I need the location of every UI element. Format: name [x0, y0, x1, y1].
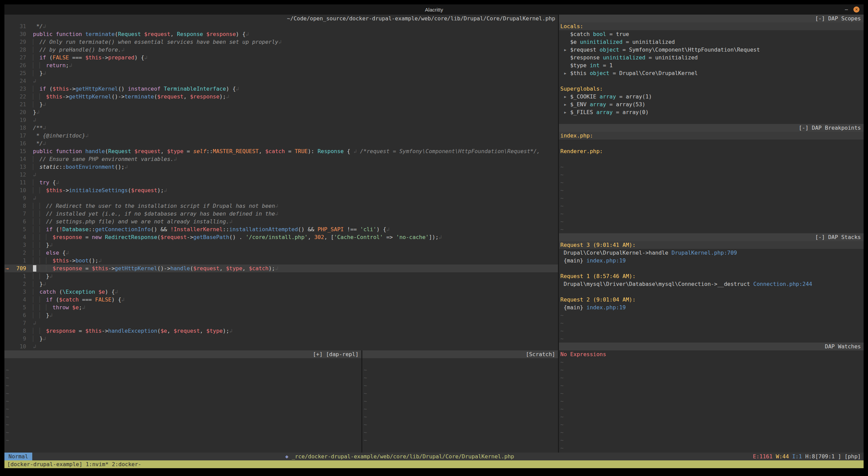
gutter-padding — [26, 280, 33, 288]
code-line[interactable]: 18/**↲ — [4, 124, 558, 132]
scopes-row[interactable]: ▸ $_ENV array = array(53) — [559, 100, 864, 108]
code-line[interactable]: 7↲ — [4, 319, 558, 327]
tmux-window[interactable]: 1:nvim* — [83, 461, 109, 468]
dap-repl-window[interactable]: ~~~~~~~~~~ — [4, 358, 361, 453]
buffer-line[interactable] — [362, 358, 558, 366]
scopes-row[interactable] — [559, 116, 864, 124]
scopes-row[interactable]: $catch bool = true — [559, 30, 864, 38]
text-segment: $this — [46, 93, 62, 100]
code-line[interactable]: 8▏ ▏ // Redirect the user to the install… — [4, 202, 558, 210]
dap-breakpoints-header[interactable]: [-] DAP Breakpoints — [559, 124, 864, 132]
line-number: 22 — [13, 93, 26, 100]
scopes-row[interactable] — [559, 77, 864, 85]
watches-row[interactable]: No Expressions — [559, 350, 864, 358]
stacks-row[interactable]: {main} index.php:19 — [559, 257, 864, 264]
scopes-row[interactable]: ▸ $_COOKIE array = array(1) — [559, 93, 864, 100]
text-segment: ) { — [134, 54, 144, 61]
current-code-line[interactable]: →709 ▏ ▏ $response = $this->getHttpKerne… — [4, 264, 558, 272]
breakpoints-row[interactable]: Renderer.php: — [559, 147, 864, 155]
scopes-row[interactable]: ▸ $request object = Symfony\Component\Ht… — [559, 46, 864, 54]
stacks-row[interactable]: Drupal\Core\DrupalKernel->handle DrupalK… — [559, 249, 864, 257]
scratch-window[interactable]: ~~~~~~~~~~ — [362, 358, 558, 453]
code-area[interactable]: 31 */↲ 30public function terminate(Reque… — [4, 22, 558, 350]
code-line[interactable]: 1▏ ▏ }↲ — [4, 272, 558, 280]
code-line[interactable]: 5▏ ▏ ▏ throw $e;↲ — [4, 304, 558, 311]
code-line[interactable]: 17 * {@inheritdoc}↲ — [4, 132, 558, 140]
stacks-row[interactable]: Drupal\mysql\Driver\Database\mysql\Conne… — [559, 280, 864, 288]
code-line[interactable]: 29▏ // Only run terminate() when essenti… — [4, 38, 558, 46]
code-line[interactable]: 30public function terminate(Request $req… — [4, 30, 558, 38]
text-segment: H:8 — [805, 453, 815, 460]
stacks-row[interactable]: Request 2 (9:01:04 AM): — [559, 296, 864, 304]
text-segment: = uninitialized — [645, 54, 698, 61]
stacks-row[interactable]: {main} index.php:19 — [559, 304, 864, 311]
tilde: ~ — [560, 445, 564, 451]
code-line[interactable]: 31 */↲ — [4, 22, 558, 30]
code-line[interactable]: 9↲ — [4, 194, 558, 202]
code-line[interactable]: 6▏ ▏ // settings.php file) and we are no… — [4, 218, 558, 225]
breakpoints-row[interactable]: index.php: — [559, 132, 864, 140]
code-line[interactable]: 20}↲ — [4, 108, 558, 116]
dap-repl-statusline[interactable]: [+] [dap-repl] — [4, 350, 361, 358]
scopes-row[interactable]: Superglobals: — [559, 85, 864, 93]
tmux-window[interactable]: 2:docker- — [109, 461, 141, 468]
scopes-row[interactable]: $e uninitialized = uninitialized — [559, 38, 864, 46]
scopes-row[interactable]: ▸ $_FILES array = array(0) — [559, 108, 864, 116]
tilde: ~ — [364, 374, 367, 381]
stacks-row[interactable] — [559, 264, 864, 272]
text-segment — [203, 31, 206, 37]
close-button[interactable]: × — [853, 6, 860, 13]
breakpoints-row[interactable] — [559, 155, 864, 163]
code-line[interactable]: 28▏ // by preHandle() before.↲ — [4, 46, 558, 54]
code-line[interactable]: 9▏ }↲ — [4, 335, 558, 343]
dap-scopes-header[interactable]: [-] DAP Scopes — [559, 15, 864, 22]
code-line[interactable]: 1▏ ▏ ▏ $this->boot();↲ — [4, 257, 558, 264]
code-line[interactable]: 6▏ ▏ }↲ — [4, 311, 558, 319]
code-line[interactable]: 5▏ ▏ if (!Database::getConnectionInfo() … — [4, 225, 558, 233]
scopes-row[interactable]: Locals: — [559, 22, 864, 30]
code-line[interactable]: 26▏ ▏ return;↲ — [4, 61, 558, 69]
code-line[interactable]: 12↲ — [4, 171, 558, 179]
buffer-line[interactable] — [4, 358, 361, 366]
text-segment: Renderer.php: — [560, 148, 603, 154]
code-line[interactable]: 16 */↲ — [4, 140, 558, 147]
dap-watches-header[interactable]: DAP Watches — [559, 343, 864, 350]
stacks-row[interactable] — [559, 288, 864, 296]
breakpoints-row[interactable] — [559, 140, 864, 147]
code-line[interactable]: 10↲ — [4, 343, 558, 350]
scopes-row[interactable]: $type int = 1 — [559, 61, 864, 69]
code-line[interactable]: 15public function handle(Request $reques… — [4, 147, 558, 155]
text-segment: $response — [46, 328, 76, 334]
code-line[interactable]: 3▏ catch (\Exception $e) {↲ — [4, 288, 558, 296]
code-line[interactable]: 19↲ — [4, 116, 558, 124]
code-line[interactable]: 8▏ ▏ $response = $this->handleException(… — [4, 327, 558, 335]
code-line[interactable]: 14▏ // Ensure sane PHP environment varia… — [4, 155, 558, 163]
minimize-button[interactable]: – — [845, 6, 848, 13]
code-line[interactable]: 2▏ ▏ else {↲ — [4, 249, 558, 257]
code-line[interactable]: 7▏ ▏ // installed yet (i.e., if no $data… — [4, 210, 558, 218]
line-text: ▏ ▏ // installed yet (i.e., if no $datab… — [33, 210, 278, 218]
scratch-statusline[interactable]: [Scratch] — [362, 350, 558, 358]
scopes-row[interactable]: ▸ $this object = Drupal\Core\DrupalKerne… — [559, 69, 864, 77]
sign-column — [4, 311, 13, 319]
stacks-row[interactable]: Request 3 (9:01:41 AM): — [559, 241, 864, 249]
code-line[interactable]: 2▏ }↲ — [4, 280, 558, 288]
scopes-row[interactable]: $response uninitialized = uninitialized — [559, 54, 864, 61]
code-line[interactable]: 13▏ static::bootEnvironment();↲ — [4, 163, 558, 171]
code-line[interactable]: 4▏ ▏ ▏ $response = new RedirectResponse(… — [4, 233, 558, 241]
alacritty-window: Alacritty – × ~/Code/open_source/docker-… — [4, 4, 864, 468]
code-line[interactable]: 27▏ if (FALSE === $this->prepared) {↲ — [4, 54, 558, 61]
dap-stacks-header[interactable]: [-] DAP Stacks — [559, 233, 864, 241]
stacks-row[interactable]: Request 1 (8:57:46 AM): — [559, 272, 864, 280]
code-line[interactable]: 4▏ ▏ if ($catch === FALSE) {↲ — [4, 296, 558, 304]
code-line[interactable]: 23▏ if ($this->getHttpKernel() instanceo… — [4, 85, 558, 93]
code-line[interactable]: 22▏ ▏ $this->getHttpKernel()->terminate(… — [4, 93, 558, 100]
code-line[interactable]: 25▏ }↲ — [4, 69, 558, 77]
code-line[interactable]: 3▏ ▏ }↲ — [4, 241, 558, 249]
code-line[interactable]: 11▏ try {↲ — [4, 179, 558, 186]
code-line[interactable]: 21▏ }↲ — [4, 100, 558, 108]
code-line[interactable]: 24↲ — [4, 77, 558, 85]
code-line[interactable]: 10▏ ▏ $this->initializeSettings($request… — [4, 186, 558, 194]
sign-column — [4, 46, 13, 54]
text-segment: ) { — [105, 289, 115, 295]
